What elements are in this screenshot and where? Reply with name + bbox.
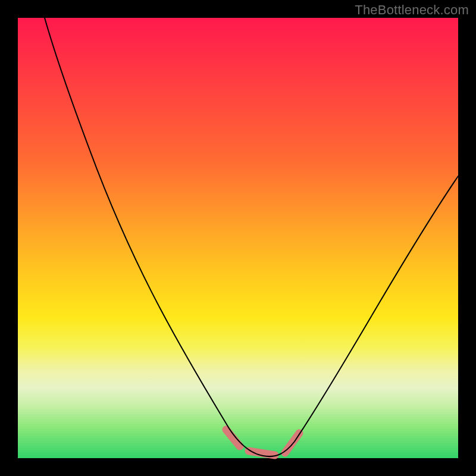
chart-frame: TheBottleneck.com	[0, 0, 476, 476]
highlight-segment-left	[226, 430, 240, 446]
plot-area	[18, 18, 458, 458]
watermark: TheBottleneck.com	[355, 2, 469, 18]
min-highlight-group	[226, 430, 299, 455]
curve-svg	[18, 18, 458, 458]
bottleneck-curve	[45, 18, 458, 456]
